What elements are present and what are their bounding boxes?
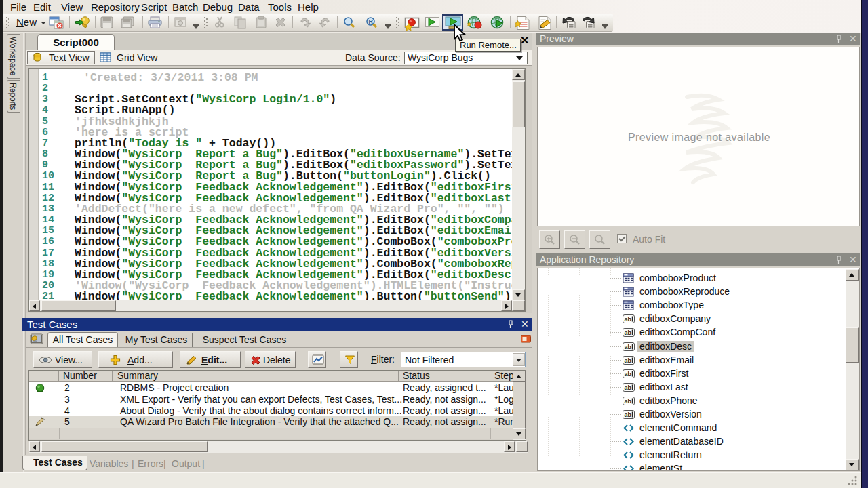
- svg-text:ab: ab: [625, 343, 632, 350]
- svg-text:ab: ab: [625, 397, 632, 404]
- svg-text:ab: ab: [625, 384, 632, 390]
- svg-text:ab: ab: [625, 329, 632, 336]
- svg-text:ab: ab: [625, 411, 632, 418]
- svg-text:ab: ab: [625, 316, 632, 323]
- svg-text:R: R: [369, 18, 374, 25]
- svg-text:ab: ab: [625, 357, 632, 363]
- svg-text:ab: ab: [625, 370, 632, 377]
